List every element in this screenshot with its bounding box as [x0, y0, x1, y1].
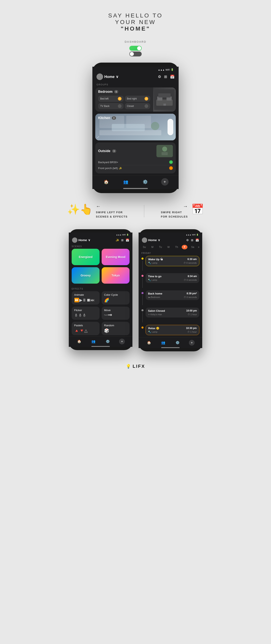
swipe-section: ✨👆 ← SWIPE LEFT FORSCENES & EFFECTS → SW…: [0, 204, 271, 219]
schedule-tab-settings[interactable]: ⚙️: [175, 340, 180, 346]
scenes-tab-home[interactable]: 🏠: [76, 338, 82, 344]
scenes-signal-icon: ▲▲▲: [116, 234, 122, 236]
bed-right-bulb: [144, 97, 148, 100]
settings-icon[interactable]: ⚙: [158, 74, 161, 79]
time-to-go-subtitle: 🔦 Lamp ⏱ 0 seconds: [148, 279, 197, 281]
salon-dot-col: [142, 308, 144, 323]
back-home-subtitle: 🛏 Bedroom ⏱ 0 seconds: [148, 296, 197, 298]
scenes-status-bar: ▲▲▲ WiFi 🔋: [69, 232, 132, 236]
backyard-label: Backyard BR30+: [98, 161, 118, 164]
hero-line3: "HOME": [108, 26, 163, 32]
bedroom-photo: [153, 88, 176, 112]
effect-flicker[interactable]: Flicker 🕯🕯🕯: [72, 306, 100, 320]
day-tu[interactable]: Tu: [158, 246, 164, 248]
scene-energized[interactable]: Energized: [72, 249, 100, 265]
back-home-dot: [142, 292, 144, 294]
pastels-icon: 🔺🔻△: [74, 328, 97, 333]
time-to-go-card[interactable]: Time to go 8:34 am 🔦 Lamp ⏱ 0 seconds: [146, 273, 199, 283]
effect-pastels[interactable]: Pastels 🔺🔻△: [72, 322, 100, 335]
tab-home[interactable]: 🏠: [103, 178, 110, 186]
scenes-status-icons: ▲▲▲ WiFi 🔋: [116, 234, 129, 236]
sparkle-hand-emoji: ✨👆: [67, 204, 92, 215]
scenes-tab-settings[interactable]: ⚙️: [105, 338, 111, 344]
toggle-on-icon: [129, 46, 142, 51]
schedule-tab-people[interactable]: 👥: [160, 340, 166, 346]
effect-random[interactable]: Random 🎲: [102, 322, 130, 335]
relax-location: 🔦 Lamp: [148, 330, 158, 333]
day-w[interactable]: W: [166, 246, 172, 248]
swipe-left-block: ✨👆 ← SWIPE LEFT FORSCENES & EFFECTS: [67, 204, 128, 219]
wake-up-header: Wake Up 🌤 6:30 am: [148, 258, 197, 261]
schedule-salon-closed[interactable]: Salon Closed 10:00 pm ✂ Kirby's Hair ⏱ 1…: [142, 308, 199, 323]
schedule-calendar-icon[interactable]: 📅: [196, 238, 199, 242]
lifx-logo-text: LIFX: [133, 364, 145, 369]
closet-light[interactable]: Closet: [125, 103, 150, 109]
schedule-wake-up[interactable]: Wake Up 🌤 6:30 am 🔦 Lamp ⏱ 0 seconds: [142, 256, 199, 272]
swipe-right-text: → SWIPE RIGHTFOR SCHEDULES: [161, 204, 188, 219]
effect-random-label: Random: [104, 324, 127, 327]
scene-evening-mood[interactable]: Evening Mood: [102, 249, 130, 265]
backyard-light[interactable]: Backyard BR30+: [98, 159, 173, 165]
day-su[interactable]: Su: [142, 246, 147, 248]
effect-animate[interactable]: Animate ⏩▶⏸⏹⏭: [72, 291, 100, 304]
back-home-card[interactable]: Back home 8:39 pm* 🛏 Bedroom ⏱ 0 seconds: [146, 290, 199, 300]
kitchen-name: Kitchen: [98, 116, 110, 120]
schedule-grid-icon[interactable]: ⊞: [191, 238, 194, 242]
scene-tokyo[interactable]: Tokyo: [102, 267, 130, 284]
day-m[interactable]: M: [150, 246, 155, 248]
scenes-grid-icon[interactable]: ⊞: [121, 238, 124, 242]
front-porch-light[interactable]: Front porch (left) ✨: [98, 165, 173, 171]
schedule-relax[interactable]: Relax 🥴 10:30 pm 🔦 Lamp ⏱ 1 hour: [142, 325, 199, 336]
salon-dot: [142, 309, 144, 311]
kitchen-background: Kitchen 8 ⤢: [95, 114, 176, 140]
scene-groovy[interactable]: Groovy: [72, 267, 100, 284]
calendar-icon[interactable]: 📅: [170, 74, 174, 79]
outside-group-card[interactable]: Outside 3 Backyard BR30+ Front: [95, 142, 176, 174]
day-f[interactable]: F: [182, 245, 188, 249]
day-sa[interactable]: Sa: [190, 246, 196, 248]
bedroom-group-card[interactable]: Bedroom 6 Bed left Bed right TV Back: [95, 88, 176, 112]
day-th[interactable]: Th: [174, 246, 180, 248]
grid-icon[interactable]: ⊞: [164, 74, 167, 79]
scenes-home-label[interactable]: Home ∨: [72, 238, 90, 243]
tab-people[interactable]: 👥: [122, 178, 130, 186]
schedule-back-home[interactable]: Back home 8:39 pm* 🛏 Bedroom ⏱ 0 seconds: [142, 290, 199, 306]
effect-move[interactable]: Move 〰➡: [102, 306, 130, 320]
schedule-tab-add[interactable]: +: [189, 340, 195, 346]
scenes-sparkle-icon[interactable]: ✨: [116, 238, 119, 242]
svg-point-11: [151, 122, 159, 130]
back-home-line: [142, 295, 143, 305]
schedule-home-label[interactable]: Home ∨: [142, 238, 160, 243]
random-icon: 🎲: [104, 328, 127, 333]
tab-settings[interactable]: ⚙️: [142, 178, 149, 186]
salon-card[interactable]: Salon Closed 10:00 pm ✂ Kirby's Hair ⏱ 1…: [146, 308, 199, 318]
main-phone-screen: ▲▲▲ WiFi 🔋 Home ∨ ⚙ ⊞ 📅 GROUPS Be: [92, 67, 178, 189]
kitchen-toggle[interactable]: [168, 119, 173, 135]
home-label[interactable]: Home ∨: [96, 74, 118, 80]
tab-add[interactable]: +: [161, 178, 168, 186]
schedule-phone: ▲▲▲ WiFi 🔋 Home ∨ ⚙ ⊞ 📅 Su: [138, 229, 202, 351]
back-home-duration: ⏱ 0 seconds: [184, 296, 197, 298]
scenes-phone: ▲▲▲ WiFi 🔋 Home ∨ ✨ ⊞ 📅 SCENES: [69, 229, 132, 350]
scenes-tab-add[interactable]: +: [119, 338, 125, 344]
relax-card[interactable]: Relax 🥴 10:30 pm 🔦 Lamp ⏱ 1 hour: [146, 325, 199, 335]
relax-title: Relax 🥴: [148, 327, 159, 330]
bed-right-light[interactable]: Bed right: [125, 96, 150, 102]
scenes-calendar-icon[interactable]: 📅: [126, 238, 129, 242]
schedule-time-to-go[interactable]: Time to go 8:34 am 🔦 Lamp ⏱ 0 seconds: [142, 273, 199, 289]
relax-dot: [142, 326, 144, 328]
menu-icon[interactable]: ≡: [198, 246, 199, 248]
kitchen-group-card[interactable]: Kitchen 8 ⤢: [95, 114, 176, 140]
schedule-tab-home[interactable]: 🏠: [146, 340, 152, 346]
schedule-settings-icon[interactable]: ⚙: [186, 238, 189, 242]
bed-left-light[interactable]: Bed left: [98, 96, 124, 102]
scenes-chevron-icon: ∨: [88, 238, 90, 242]
wake-up-title: Wake Up 🌤: [148, 258, 163, 261]
back-home-header: Back home 8:39 pm*: [148, 292, 197, 295]
scenes-tab-people[interactable]: 👥: [90, 338, 96, 344]
scenes-grid: Energized Evening Mood Groovy Tokyo: [69, 249, 132, 284]
effect-color-cycle[interactable]: Color Cycle 🌈: [102, 291, 130, 304]
tv-back-light[interactable]: TV Back: [98, 103, 124, 109]
scenes-avatar: [72, 238, 78, 243]
wake-up-card[interactable]: Wake Up 🌤 6:30 am 🔦 Lamp ⏱ 0 seconds: [146, 256, 199, 266]
